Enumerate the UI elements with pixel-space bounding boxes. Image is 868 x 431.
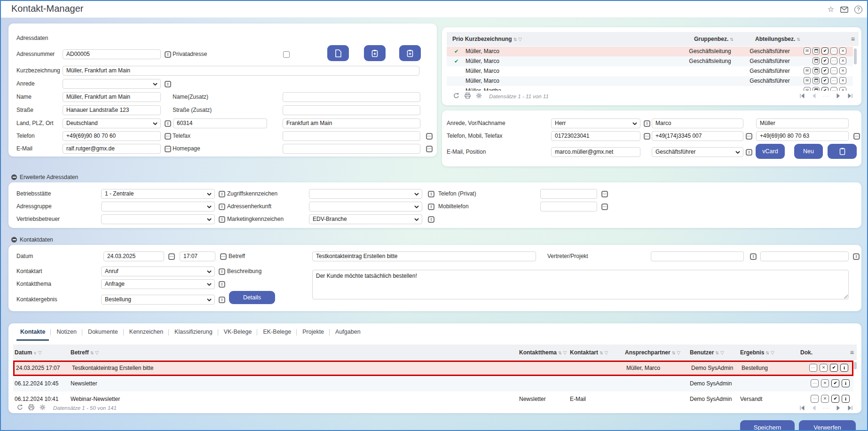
check-icon[interactable]: ✔ bbox=[830, 364, 838, 372]
contact-row[interactable]: Müller, MarcoGeschäftsführer✉✔···✕ bbox=[447, 76, 853, 86]
telefax-input[interactable] bbox=[283, 131, 420, 141]
resize-handle[interactable] bbox=[844, 294, 848, 298]
refresh-icon[interactable] bbox=[453, 93, 459, 100]
contact-row[interactable]: Müller, MarcoGeschäftsführer✉✔···✕ bbox=[447, 66, 853, 76]
dial-icon[interactable]: ··· bbox=[426, 133, 433, 140]
pagination-last[interactable] bbox=[847, 405, 853, 411]
check-icon[interactable]: ✔ bbox=[831, 379, 839, 387]
check-icon[interactable]: ✔ bbox=[821, 47, 829, 55]
ort-input[interactable]: Frankfurt am Main bbox=[283, 118, 420, 128]
tab-projekte[interactable]: Projekte bbox=[299, 324, 328, 341]
close-icon[interactable]: ✕ bbox=[821, 379, 829, 387]
send-email-icon[interactable]: ··· bbox=[165, 146, 171, 152]
kontaktart-select[interactable]: Anruf bbox=[101, 266, 215, 276]
tab-vk-belege[interactable]: VK-Belege bbox=[220, 324, 256, 341]
tab-aufgaben[interactable]: Aufgaben bbox=[331, 324, 364, 341]
check-icon[interactable]: ✔ bbox=[821, 77, 829, 84]
neu-button[interactable]: Neu bbox=[794, 144, 823, 159]
beschreibung-textarea[interactable]: Der Kunde möchte tatsächlich bestellen! bbox=[312, 270, 849, 299]
mail-icon[interactable]: ✉ bbox=[804, 67, 811, 74]
anrede-select[interactable] bbox=[63, 79, 161, 89]
privatadresse-checkbox[interactable] bbox=[283, 51, 290, 58]
adressenherkunft-select[interactable] bbox=[309, 202, 422, 212]
dots-icon[interactable]: ··· bbox=[830, 67, 837, 74]
close-icon[interactable]: ✕ bbox=[839, 67, 846, 74]
info-icon[interactable]: i bbox=[842, 379, 850, 387]
tab-klassifizierung[interactable]: Klassifizierung bbox=[171, 324, 216, 341]
scrollbar-thumb[interactable] bbox=[854, 48, 857, 64]
calendar-icon[interactable] bbox=[813, 57, 820, 64]
kontaktergebnis-select[interactable]: Bestellung bbox=[101, 295, 215, 305]
adressnummer-input[interactable]: AD00005 bbox=[63, 49, 161, 59]
table-menu-icon[interactable]: ≡ bbox=[850, 349, 854, 356]
check-icon[interactable]: ✔ bbox=[821, 67, 829, 74]
dial-icon[interactable]: ··· bbox=[165, 133, 171, 140]
homepage-input[interactable] bbox=[283, 144, 420, 154]
column-header-betreff[interactable]: Betreff⇅▽ bbox=[71, 349, 99, 356]
name-input[interactable]: Müller, Frankfurt am Main bbox=[63, 92, 161, 102]
calendar-icon[interactable] bbox=[813, 77, 820, 84]
close-icon[interactable]: ✕ bbox=[839, 47, 846, 55]
column-header-kontaktart[interactable]: Kontaktart⇅▽ bbox=[570, 349, 608, 356]
column-header-ansprechpartner[interactable]: Ansprechpartner⇅▽ bbox=[625, 349, 680, 356]
collapse-icon[interactable] bbox=[11, 237, 17, 243]
name-zusatz-input[interactable] bbox=[283, 92, 420, 102]
zeit-input[interactable]: 17:07 bbox=[180, 251, 215, 261]
close-icon[interactable]: ✕ bbox=[839, 57, 846, 64]
discard-button[interactable]: Verwerfen bbox=[799, 420, 856, 431]
dial-icon[interactable]: ··· bbox=[601, 191, 608, 197]
dots-icon[interactable]: ··· bbox=[830, 77, 837, 84]
check-icon[interactable]: ✔ bbox=[831, 395, 839, 403]
pagination-next[interactable] bbox=[836, 405, 841, 411]
collapse-icon[interactable] bbox=[11, 174, 17, 180]
dots-icon[interactable]: ··· bbox=[809, 364, 817, 372]
betriebsstaette-select[interactable]: 1 - Zentrale bbox=[101, 189, 215, 199]
vertriebsbetreuer-select[interactable] bbox=[101, 214, 215, 224]
tab-kennzeichen[interactable]: Kennzeichen bbox=[126, 324, 167, 341]
person-mobil-input[interactable]: +49(174)3345 007 bbox=[652, 131, 743, 141]
pagination-more[interactable]: ··· bbox=[823, 405, 829, 411]
dots-icon[interactable]: ··· bbox=[830, 47, 837, 55]
copy-address-button[interactable] bbox=[364, 45, 386, 61]
dots-icon[interactable]: ··· bbox=[830, 87, 837, 91]
mail-icon[interactable]: ✉ bbox=[804, 77, 811, 84]
dial-icon[interactable]: ··· bbox=[644, 133, 650, 140]
history-row[interactable]: 24.03.2025 17:07Testkontakteintrag Erste… bbox=[13, 360, 853, 376]
calendar-icon[interactable] bbox=[813, 47, 820, 55]
time-picker-icon[interactable]: ··· bbox=[220, 253, 227, 260]
dots-icon[interactable]: ··· bbox=[811, 379, 819, 387]
close-icon[interactable]: ✕ bbox=[839, 87, 846, 91]
star-icon[interactable]: ☆ bbox=[828, 5, 834, 14]
check-icon[interactable]: ✔ bbox=[821, 87, 829, 91]
plz-input[interactable]: 60314 bbox=[173, 118, 267, 128]
history-row[interactable]: 06.12.2024 10:41Webinar-NewsletterNewsle… bbox=[13, 392, 853, 407]
column-header-kontaktthema[interactable]: Kontaktthema⇅▽ bbox=[519, 349, 567, 356]
marketingkennzeichen-select[interactable]: EDV-Branche bbox=[309, 214, 422, 224]
betreff-input[interactable]: Testkontakteintrag Erstellen bitte bbox=[312, 251, 536, 261]
dial-icon[interactable]: ··· bbox=[853, 133, 860, 140]
contact-row[interactable]: ✔Müller, MarcoGeschäftsleitungGeschäftsf… bbox=[447, 56, 853, 66]
column-header-benutzer[interactable]: Benutzer⇅▽ bbox=[690, 349, 724, 356]
close-icon[interactable]: ✕ bbox=[821, 395, 829, 403]
pagination-prev[interactable] bbox=[811, 93, 817, 99]
pagination-first[interactable] bbox=[799, 93, 805, 99]
tab-notizen[interactable]: Notizen bbox=[53, 324, 80, 341]
adressgruppe-select[interactable] bbox=[101, 202, 215, 212]
email-input[interactable]: ralf.rutger@gmx.de bbox=[63, 144, 161, 154]
pagination-next[interactable] bbox=[836, 93, 841, 99]
strasse-zusatz-input[interactable] bbox=[283, 105, 420, 115]
pagination-more[interactable]: ··· bbox=[823, 93, 829, 99]
datum-input[interactable]: 24.03.2025 bbox=[103, 251, 164, 261]
gear-icon[interactable] bbox=[39, 404, 46, 412]
close-icon[interactable]: ✕ bbox=[839, 77, 846, 84]
strasse-input[interactable]: Hanauer Landstraße 123 bbox=[63, 105, 161, 115]
tab-kontakte[interactable]: Kontakte bbox=[16, 324, 49, 341]
table-menu-icon[interactable]: ≡ bbox=[851, 36, 855, 42]
close-icon[interactable]: ✕ bbox=[820, 364, 828, 372]
calendar-icon[interactable] bbox=[813, 67, 820, 74]
calendar-picker-icon[interactable]: ··· bbox=[168, 253, 175, 260]
history-row[interactable]: 06.12.2024 10:45NewsletterDemo SysAdmin·… bbox=[13, 376, 853, 392]
details-button[interactable]: Details bbox=[229, 291, 275, 304]
tab-ek-belege[interactable]: EK-Belege bbox=[259, 324, 295, 341]
position-select[interactable]: Geschäftsführer bbox=[652, 147, 743, 157]
